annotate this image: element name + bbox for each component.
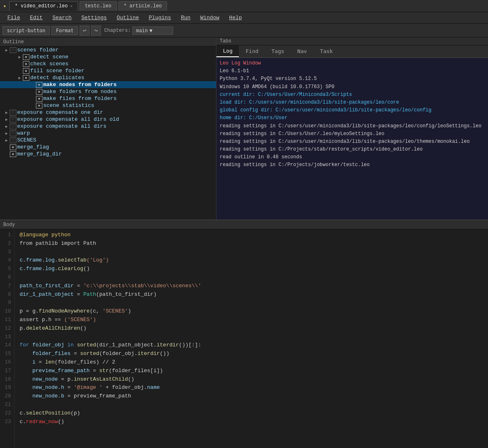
tree-item[interactable]: ▶■detect scene xyxy=(0,53,216,60)
tab-testc[interactable]: testc.leo xyxy=(80,1,117,11)
code-line: @language python xyxy=(20,231,483,240)
menu-help[interactable]: Help xyxy=(225,13,246,22)
format-button[interactable]: Format xyxy=(51,26,78,35)
code-token: . xyxy=(36,308,39,314)
menu-edit[interactable]: Edit xyxy=(26,13,47,22)
tree-item[interactable]: ▶□exposure compensate all dirs xyxy=(0,123,216,130)
tree-node-icon: ■ xyxy=(10,144,16,150)
code-line: new_node = p.insertAsLastChild() xyxy=(20,375,483,384)
code-token: frame xyxy=(26,257,42,263)
code-token: c. xyxy=(20,410,26,416)
tab-btn-log[interactable]: Log xyxy=(216,45,239,57)
code-token: (folder_files) // 2 xyxy=(55,359,115,365)
code-line: p.deleteAllChildren() xyxy=(20,324,483,333)
code-token: redraw_now xyxy=(26,419,58,425)
log-line: reading settings in C:/users/user/minico… xyxy=(220,138,485,146)
menu-search[interactable]: Search xyxy=(48,13,76,22)
tree-item[interactable]: ▶□SCENES xyxy=(0,137,216,144)
code-token: (c, xyxy=(90,308,103,314)
code-token: findNodeAnywhere xyxy=(39,308,90,314)
code-token: (dir_1_path_object. xyxy=(96,342,156,348)
code-token: . xyxy=(23,257,26,263)
menu-settings[interactable]: Settings xyxy=(77,13,111,22)
code-line: dir_1_path_object = Path(path_to_first_d… xyxy=(20,291,483,299)
tab-btn-nav[interactable]: Nav xyxy=(291,45,313,57)
line-number: 15 xyxy=(3,350,11,358)
code-line: i = len(folder_files) // 2 xyxy=(20,358,483,367)
line-number: 8 xyxy=(3,291,11,299)
code-token: insertAsLastChild xyxy=(74,376,128,382)
log-line: Leo 6.1-b1 xyxy=(220,67,485,75)
code-content[interactable]: @language pythonfrom pathlib import Path… xyxy=(15,229,488,448)
tree-item[interactable]: ▶■detect duplicates xyxy=(0,74,216,81)
code-line xyxy=(20,248,483,257)
tree-item[interactable]: ■make folders from nodes xyxy=(0,88,216,95)
tree-item[interactable]: ■check scenes xyxy=(0,60,216,67)
tab-video-editor[interactable]: * video_editor.leo ✕ xyxy=(9,1,78,11)
tree-item[interactable]: ▶□scenes folder xyxy=(0,47,216,53)
chapters-select[interactable]: main ▼ xyxy=(132,27,173,35)
tree-item[interactable]: ▶□exposure compensate all dirs old xyxy=(0,116,216,123)
tree-item[interactable]: ■merge_flag xyxy=(0,144,216,151)
outline-panel: ▶□scenes folder▶■detect scene■check scen… xyxy=(0,47,216,157)
code-token: assert xyxy=(20,317,39,323)
tree-item[interactable]: ■merge_flag_dir xyxy=(0,151,216,157)
code-token: from xyxy=(20,240,36,246)
code-token: = xyxy=(36,359,45,365)
line-number: 1 xyxy=(3,231,11,240)
tree-label: merge_flag xyxy=(16,144,49,150)
log-line: Leo Log Window xyxy=(220,60,485,67)
tab-article[interactable]: * article.leo xyxy=(118,1,167,11)
code-token: ()) xyxy=(160,350,169,357)
tree-label: detect duplicates xyxy=(29,75,85,81)
redo-button[interactable]: ↪ xyxy=(91,26,101,35)
tree-item[interactable]: ■make files from folders xyxy=(0,95,216,102)
line-number: 11 xyxy=(3,316,11,324)
tree-item[interactable]: ▶□exposure compensate one dir xyxy=(0,109,216,116)
code-token: . xyxy=(23,325,26,331)
tab-btn-tags[interactable]: Tags xyxy=(265,45,291,57)
tab-btn-find[interactable]: Find xyxy=(239,45,265,57)
tree-node-icon: ■ xyxy=(36,82,42,88)
tab-btn-task[interactable]: Task xyxy=(314,45,339,57)
menu-window[interactable]: Window xyxy=(196,13,223,22)
line-number: 2 xyxy=(3,240,11,248)
code-token: '@image ' xyxy=(74,384,103,390)
code-token: import xyxy=(58,240,83,246)
menu-plugins[interactable]: Plugins xyxy=(145,13,175,22)
tree-node-icon: □ xyxy=(10,47,16,53)
app-icon: ★ xyxy=(3,3,6,9)
code-line xyxy=(20,273,483,282)
tree-item[interactable]: ▶□warp xyxy=(0,130,216,137)
code-token: c xyxy=(20,266,23,272)
line-number: 7 xyxy=(3,282,11,291)
undo-button[interactable]: ↩ xyxy=(80,26,89,35)
tree-item[interactable]: ■scene statistics xyxy=(0,102,216,109)
menu-run[interactable]: Run xyxy=(177,13,194,22)
code-line xyxy=(20,333,483,342)
tree-item[interactable]: ■make nodes from folders xyxy=(0,81,216,88)
code-line: folder_files = sorted(folder_obj.iterdir… xyxy=(20,350,483,358)
line-number: 16 xyxy=(3,358,11,367)
script-button[interactable]: script-button xyxy=(2,26,50,35)
log-content[interactable]: Leo Log WindowLeo 6.1-b1Python 3.7.4, Py… xyxy=(216,58,488,220)
tree-label: exposure compensate all dirs old xyxy=(16,116,119,122)
code-token: ())[:]: xyxy=(179,342,201,348)
tabs-header: Tabs xyxy=(216,38,488,45)
tree-node-icon: ■ xyxy=(23,61,29,67)
tree-label: detect scene xyxy=(29,54,69,60)
code-token: Path xyxy=(83,240,96,246)
close-tab-video-editor[interactable]: ✕ xyxy=(70,4,73,9)
code-token: dir_1_path_object xyxy=(20,291,74,297)
tree-item[interactable]: ■fill scene folder xyxy=(0,67,216,74)
code-token: i xyxy=(20,359,36,365)
menu-outline[interactable]: Outline xyxy=(113,13,143,22)
code-token: in xyxy=(67,342,74,348)
log-line: reading settings in C:/Projects/jobworke… xyxy=(220,161,485,169)
line-number: 4 xyxy=(3,256,11,265)
code-token: str xyxy=(99,368,109,374)
code-token: 'SCENES' xyxy=(103,308,128,314)
tree-arrow-icon: ▶ xyxy=(16,75,23,80)
code-editor[interactable]: 1234567891011121314151617181920212223 @l… xyxy=(0,229,488,448)
menu-file[interactable]: File xyxy=(3,13,24,22)
